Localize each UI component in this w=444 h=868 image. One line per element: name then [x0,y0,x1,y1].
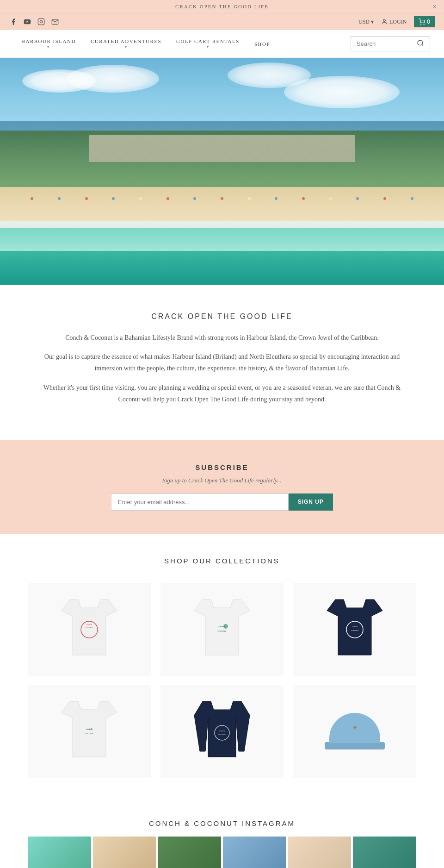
svg-point-5 [424,24,424,25]
svg-point-4 [421,24,421,25]
svg-marker-23 [194,701,250,757]
cart-button[interactable]: 0 [414,16,435,27]
nav-harbour-island[interactable]: HARBOUR ISLAND ▾ [14,35,83,53]
svg-text:conch: conch [219,730,225,732]
umbrella [85,197,88,200]
product-image-4: conch coconut [62,699,117,764]
svg-text:coconut: coconut [351,629,358,631]
product-card-2[interactable]: conch coconut [160,583,284,676]
instagram-title: CONCH & COCONUT INSTAGRAM [18,819,426,827]
svg-text:🌴: 🌴 [352,725,357,730]
svg-text:coconut: coconut [218,733,226,736]
svg-line-7 [422,44,423,46]
product-card-6[interactable]: 🌴 [293,685,416,778]
svg-point-6 [418,40,423,45]
chevron-down-icon: ▾ [47,45,50,49]
hero-image [0,58,444,285]
instagram-item[interactable] [353,837,416,868]
main-content-title: CRACK OPEN THE GOOD LIFE [37,312,407,321]
svg-rect-1 [38,19,44,25]
nav-shop[interactable]: SHOP [247,37,278,50]
content-paragraph-3: Whether it's your first time visiting, y… [37,382,407,405]
subscribe-title-1: SUBSCRIBE [37,463,407,471]
svg-text:conch: conch [352,625,358,628]
svg-text:coconut: coconut [86,626,93,629]
main-content-section: CRACK OPEN THE GOOD LIFE Conch & Coconut… [0,285,444,440]
product-card-3[interactable]: conch coconut [293,583,416,676]
umbrella [248,197,251,200]
nav-curated-adventures[interactable]: CURATED ADVENTURES ▾ [83,35,169,53]
buildings [89,135,355,162]
product-image-5: conch coconut [194,699,250,764]
umbrella [329,197,332,200]
umbrella [139,197,142,200]
instagram-item[interactable] [158,837,221,868]
close-banner-button[interactable]: × [433,3,437,10]
product-image-2: conch coconut [194,597,250,662]
umbrella [275,197,278,200]
umbrella [58,197,61,200]
facebook-icon[interactable] [9,18,18,26]
currency-chevron-icon: ▾ [371,19,374,25]
umbrella [31,197,33,200]
content-paragraph-2: Our goal is to capture the essence of wh… [37,351,407,374]
subscribe-form-1: SIGN UP [111,493,333,511]
instagram-item[interactable] [93,837,156,868]
social-icons [9,18,59,26]
subscribe-subtitle-1: Sign up to Crack Open The Good Life regu… [37,477,407,484]
product-image-3: conch coconut [327,597,382,662]
youtube-icon[interactable] [23,18,31,26]
umbrella [166,197,169,200]
main-navigation: HARBOUR ISLAND ▾ CURATED ADVENTURES ▾ GO… [0,30,444,58]
umbrella [302,197,305,200]
shop-title: SHOP OUR COLLECTIONS [18,557,426,565]
product-grid: conch coconut conch coconut conch coconu… [28,583,416,778]
product-card-1[interactable]: conch coconut [28,583,151,676]
svg-text:conch: conch [86,623,92,625]
product-image-1: conch coconut [62,597,117,662]
umbrella [383,197,386,200]
instagram-item[interactable] [28,837,91,868]
umbrella [221,197,223,200]
nav-links: HARBOUR ISLAND ▾ CURATED ADVENTURES ▾ GO… [14,35,278,53]
header-right: USD ▾ LOGIN 0 [358,16,435,27]
search-input[interactable] [357,40,417,47]
umbrellas [0,189,444,207]
email-icon[interactable] [51,18,59,26]
instagram-item[interactable] [223,837,286,868]
nav-golf-cart-rentals[interactable]: GOLF CART RENTALS ▾ [169,35,247,53]
svg-point-15 [223,624,228,629]
umbrella [356,197,359,200]
shop-section: SHOP OUR COLLECTIONS conch coconut conch… [0,534,444,801]
svg-text:coconut: coconut [217,630,226,632]
login-button[interactable]: LOGIN [381,19,407,25]
instagram-section: CONCH & COCONUT INSTAGRAM [0,801,444,868]
login-label: LOGIN [389,19,407,25]
chevron-down-icon: ▾ [125,45,128,49]
instagram-grid [28,837,416,868]
umbrella [112,197,115,200]
umbrella [193,197,196,200]
product-card-4[interactable]: conch coconut [28,685,151,778]
product-card-5[interactable]: conch coconut [160,685,284,778]
product-image-hat: 🌴 [329,713,380,750]
svg-text:conch: conch [86,728,92,731]
banner-text: CRACK OPEN THE GOOD LIFE [175,4,269,9]
search-button[interactable] [417,39,424,48]
umbrella [411,197,413,200]
subscribe-email-input-1[interactable] [111,493,289,511]
cloud [67,65,159,93]
search-container [351,36,430,51]
instagram-icon[interactable] [37,18,45,26]
subscribe-section-1: SUBSCRIBE Sign up to Crack Open The Good… [0,440,444,534]
chevron-down-icon: ▾ [207,45,210,49]
instagram-item[interactable] [288,837,352,868]
social-bar: USD ▾ LOGIN 0 [0,13,444,30]
subscribe-button-1[interactable]: SIGN UP [289,493,333,511]
svg-text:coconut: coconut [86,732,94,735]
cloud [228,62,311,88]
svg-point-3 [383,19,386,22]
currency-selector[interactable]: USD ▾ [358,19,374,25]
deep-water [0,251,444,285]
top-banner: CRACK OPEN THE GOOD LIFE × [0,0,444,13]
